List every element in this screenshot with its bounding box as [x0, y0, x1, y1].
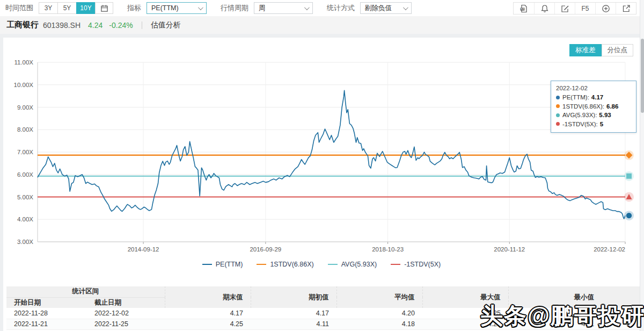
stock-change-percent: -0.24%	[109, 21, 133, 30]
col-header-start-date: 开始日期	[6, 297, 87, 308]
external-link-icon	[622, 4, 631, 13]
pe-chart-canvas[interactable]: 3.00X4.00X5.00X6.00X7.00X8.00X9.00X10.00…	[3, 59, 640, 256]
edit-button[interactable]	[554, 3, 575, 14]
tooltip-row: AVG(5.93X):5.93	[556, 111, 631, 120]
tab-percentile[interactable]: 分位点	[602, 44, 634, 56]
svg-text:2018-10-23: 2018-10-23	[372, 246, 404, 253]
svg-text:4.00X: 4.00X	[17, 216, 33, 222]
stat-method-value: 剔除负值	[365, 4, 396, 13]
col-header-end-value: 期末值	[165, 286, 251, 308]
bell-icon	[540, 4, 549, 13]
alert-button[interactable]	[534, 3, 554, 14]
svg-text:6.00X: 6.00X	[17, 171, 33, 178]
period-label: 行情周期	[221, 3, 248, 13]
scrollbar-thumb[interactable]	[641, 39, 644, 113]
chart-tooltip: 2022-12-02 PE(TTM):4.171STDV(6.86X):6.86…	[551, 81, 636, 133]
valuation-analysis-tab[interactable]: 估值分析	[151, 20, 181, 30]
indicator-value: PE(TTM)	[151, 4, 191, 12]
svg-text:5.00X: 5.00X	[17, 194, 33, 200]
stock-name: 工商银行	[6, 20, 39, 30]
range-button-10y[interactable]: 10Y	[76, 2, 96, 14]
legend-item[interactable]: AVG(5.93X)	[328, 261, 377, 268]
tooltip-row: PE(TTM):4.17	[556, 93, 631, 102]
range-button-5y[interactable]: 5Y	[57, 2, 77, 14]
chevron-down-icon	[304, 5, 310, 10]
legend-item[interactable]: PE(TTM)	[202, 261, 243, 268]
svg-text:9.00X: 9.00X	[17, 104, 33, 111]
watermark: 头条@鹏哥投研	[480, 301, 644, 331]
divider	[142, 21, 142, 29]
indicator-select[interactable]: PE(TTM)	[147, 2, 207, 14]
series-dot-icon	[556, 122, 560, 126]
indicator-label: 指标	[127, 3, 141, 13]
top-toolbar: 时间范围 3Y 5Y 10Y 指标 PE(TTM) 行情周期 周 统计方式 剔除…	[0, 0, 644, 16]
svg-text:8.00X: 8.00X	[17, 126, 33, 133]
chevron-down-icon	[403, 5, 408, 10]
stock-header: 工商银行 601398.SH 4.24 -0.24% 估值分析	[0, 16, 644, 34]
tab-standard-deviation[interactable]: 标准差	[569, 44, 602, 56]
chart-legend: PE(TTM)1STDV(6.86X)AVG(5.93X)-1STDV(5X)	[3, 261, 640, 268]
refresh-f5-button[interactable]: F5	[575, 3, 595, 14]
svg-text:3.00X: 3.00X	[17, 239, 33, 245]
svg-text:7.00X: 7.00X	[17, 149, 33, 155]
col-header-average: 平均值	[336, 286, 422, 308]
legend-item[interactable]: 1STDV(6.86X)	[257, 261, 313, 268]
calendar-icon	[100, 4, 108, 12]
svg-text:2016-09-29: 2016-09-29	[250, 246, 281, 253]
svg-text:2022-12-02: 2022-12-02	[594, 246, 625, 253]
chevron-down-icon	[198, 5, 203, 10]
stock-price: 4.24	[88, 21, 103, 30]
period-select[interactable]: 周	[254, 2, 313, 14]
stat-method-select[interactable]: 剔除负值	[360, 2, 412, 14]
view-tabs: 标准差 分位点	[569, 44, 633, 56]
chart-panel: 标准差 分位点 3.00X4.00X5.00X6.00X7.00X8.00X9.…	[3, 38, 640, 331]
export-xls-button[interactable]: XLS	[514, 3, 534, 14]
tooltip-date: 2022-12-02	[556, 85, 631, 91]
legend-dash-icon	[391, 264, 400, 265]
edit-icon	[561, 4, 569, 13]
toolbar-icon-group: XLS F5	[513, 2, 636, 15]
open-external-button[interactable]	[616, 3, 636, 14]
col-header-start-value: 期初值	[251, 286, 336, 308]
legend-dash-icon	[328, 264, 338, 265]
vertical-scrollbar[interactable]	[640, 0, 644, 331]
stock-code: 601398.SH	[43, 21, 80, 30]
tooltip-row: -1STDV(5X):5	[556, 120, 631, 129]
series-dot-icon	[556, 113, 560, 117]
tooltip-row: 1STDV(6.86X):6.86	[556, 102, 631, 111]
range-button-3y[interactable]: 3Y	[39, 2, 58, 14]
series-dot-icon	[556, 96, 560, 99]
xls-export-icon: XLS	[519, 4, 528, 13]
svg-text:2014-09-12: 2014-09-12	[128, 246, 159, 253]
legend-dash-icon	[202, 264, 212, 265]
series-dot-icon	[556, 104, 560, 108]
period-value: 周	[259, 4, 297, 13]
add-button[interactable]	[595, 3, 616, 14]
col-header-end-date: 截止日期	[87, 297, 165, 308]
plus-circle-icon	[602, 4, 610, 13]
svg-text:XLS: XLS	[521, 8, 525, 10]
svg-text:2020-11-12: 2020-11-12	[494, 246, 525, 253]
calendar-button[interactable]	[95, 2, 113, 14]
svg-text:10.00X: 10.00X	[14, 82, 34, 88]
legend-item[interactable]: -1STDV(5X)	[391, 261, 441, 268]
legend-dash-icon	[257, 264, 266, 265]
table-group-header: 统计区间	[6, 286, 165, 297]
time-range-group: 3Y 5Y 10Y	[39, 2, 113, 14]
time-range-label: 时间范围	[5, 3, 33, 13]
stat-method-label: 统计方式	[327, 3, 355, 13]
svg-text:11.00X: 11.00X	[14, 59, 33, 66]
